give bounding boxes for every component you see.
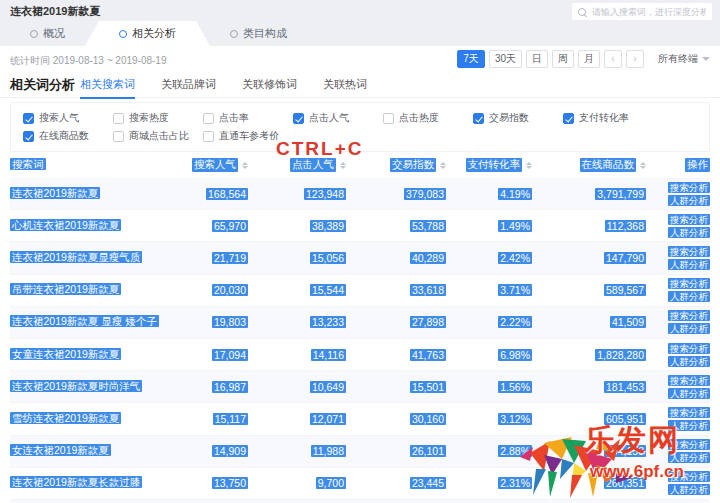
keyword-cell[interactable]: 连衣裙2019新款夏显瘦气质	[10, 251, 190, 265]
checkbox-checked-icon[interactable]	[473, 113, 484, 124]
value-text: 2.22%	[498, 316, 532, 328]
filter-search-heat[interactable]: 搜索热度	[113, 111, 203, 125]
checkbox-icon[interactable]	[203, 113, 214, 124]
value-text: 1,828,280	[595, 349, 646, 361]
filter-label: 交易指数	[489, 111, 529, 125]
keyword-cell[interactable]: 连衣裙2019新款夏 显瘦 矮个子	[10, 315, 190, 329]
online-items-cell: 112,368	[532, 220, 646, 232]
search-analysis-link[interactable]: 搜索分析	[668, 343, 710, 354]
search-popularity-cell: 17,094	[190, 349, 248, 361]
filter-click-heat[interactable]: 点击热度	[383, 111, 473, 125]
search-analysis-link[interactable]: 搜索分析	[668, 182, 710, 193]
tab-label: 相关分析	[132, 26, 176, 41]
keyword-cell[interactable]: 连衣裙2019新款夏长款过膝	[10, 476, 190, 490]
checkbox-icon[interactable]	[113, 113, 124, 124]
crowd-analysis-link[interactable]: 人群分析	[668, 420, 710, 431]
search-analysis-link[interactable]: 搜索分析	[668, 310, 710, 321]
crowd-analysis-link[interactable]: 人群分析	[668, 356, 710, 367]
value-text: 605,951	[604, 413, 646, 425]
prev-arrow-icon[interactable]: ‹	[604, 50, 622, 68]
tab-related-analysis[interactable]: 相关分析	[85, 21, 210, 46]
crowd-analysis-link[interactable]: 人群分析	[668, 484, 710, 495]
checkbox-icon[interactable]	[113, 131, 124, 142]
search-analysis-link[interactable]: 搜索分析	[668, 439, 710, 450]
search-analysis-link[interactable]: 搜索分析	[668, 375, 710, 386]
checkbox-checked-icon[interactable]	[23, 131, 34, 142]
tab-category-composition[interactable]: 类目构成	[210, 21, 307, 46]
keyword-cell[interactable]: 雪纺连衣裙2019新款夏	[10, 412, 190, 426]
search-analysis-link[interactable]: 搜索分析	[668, 471, 710, 482]
crowd-analysis-link[interactable]: 人群分析	[668, 291, 710, 302]
value-text: 17,094	[212, 349, 248, 361]
date-button-week[interactable]: 周	[552, 50, 574, 68]
filter-mall-click-share[interactable]: 商城点击占比	[113, 129, 203, 143]
crowd-analysis-link[interactable]: 人群分析	[668, 323, 710, 334]
filter-click-rate[interactable]: 点击率	[203, 111, 293, 125]
value-text: 123,948	[304, 188, 346, 200]
value-text: 53,788	[410, 220, 446, 232]
filter-trade-index[interactable]: 交易指数	[473, 111, 563, 125]
click-popularity-cell: 13,233	[248, 316, 346, 328]
checkbox-checked-icon[interactable]	[563, 113, 574, 124]
crowd-analysis-link[interactable]: 人群分析	[668, 452, 710, 463]
subtab-hot-words[interactable]: 关联热词	[323, 77, 367, 99]
click-popularity-cell: 9,700	[248, 477, 346, 489]
keyword-cell[interactable]: 吊带连衣裙2019新款夏	[10, 283, 190, 297]
col-header-items[interactable]: 在线商品数	[532, 158, 646, 172]
col-header-trade[interactable]: 交易指数	[346, 158, 446, 172]
filter-search-popularity[interactable]: 搜索人气	[23, 111, 113, 125]
date-button-day[interactable]: 日	[526, 50, 548, 68]
pay-conversion-cell: 3.12%	[446, 413, 532, 425]
keyword-cell[interactable]: 心机连衣裙2019新款夏	[10, 219, 190, 233]
col-header-search[interactable]: 搜索人气	[190, 158, 248, 172]
tab-overview[interactable]: 概况	[10, 21, 85, 46]
col-header-keyword[interactable]: 搜索词	[10, 158, 190, 172]
search-analysis-link[interactable]: 搜索分析	[668, 246, 710, 257]
checkbox-icon[interactable]	[383, 113, 394, 124]
keyword-cell[interactable]: 女童连衣裙2019新款夏	[10, 348, 190, 362]
search-analysis-link[interactable]: 搜索分析	[668, 214, 710, 225]
date-bar: 7天 30天 日 周 月 ‹ › 所有终端	[457, 50, 710, 68]
action-cell: 搜索分析 人群分析	[646, 278, 710, 302]
table-row: 连衣裙2019新款夏长款过膝 13,750 9,700 23,445 2.31%…	[10, 468, 710, 500]
keyword-cell[interactable]: 连衣裙2019新款夏	[10, 187, 190, 201]
checkbox-checked-icon[interactable]	[293, 113, 304, 124]
search-analysis-link[interactable]: 搜索分析	[668, 278, 710, 289]
next-arrow-icon[interactable]: ›	[626, 50, 644, 68]
filter-pay-conversion[interactable]: 支付转化率	[563, 111, 653, 125]
col-header-pay[interactable]: 支付转化率	[446, 158, 532, 172]
date-button-month[interactable]: 月	[578, 50, 600, 68]
keyword-cell[interactable]: 连衣裙2019新款夏时尚洋气	[10, 380, 190, 394]
subtab-modifier-words[interactable]: 关联修饰词	[242, 77, 297, 99]
date-button-7d[interactable]: 7天	[457, 50, 485, 68]
date-button-30d[interactable]: 30天	[489, 50, 522, 68]
terminal-dropdown[interactable]: 所有终端	[658, 52, 710, 66]
crowd-analysis-link[interactable]: 人群分析	[668, 227, 710, 238]
pay-conversion-cell: 6.98%	[446, 349, 532, 361]
trade-index-cell: 26,101	[346, 445, 446, 457]
checkbox-checked-icon[interactable]	[23, 113, 34, 124]
col-header-click[interactable]: 点击人气	[248, 158, 346, 172]
col-header-label: 交易指数	[390, 158, 436, 172]
value-text: 14,909	[212, 445, 248, 457]
search-input[interactable]	[592, 7, 706, 17]
checkbox-icon[interactable]	[203, 131, 214, 142]
search-analysis-link[interactable]: 搜索分析	[668, 407, 710, 418]
search-box[interactable]	[572, 3, 712, 20]
search-popularity-cell: 14,909	[190, 445, 248, 457]
col-header-label: 点击人气	[290, 158, 336, 172]
value-text: 20,030	[212, 284, 248, 296]
filter-click-popularity[interactable]: 点击人气	[293, 111, 383, 125]
search-popularity-cell: 168,564	[190, 188, 248, 200]
crowd-analysis-link[interactable]: 人群分析	[668, 195, 710, 206]
action-cell: 搜索分析 人群分析	[646, 214, 710, 238]
subtab-related-search-words[interactable]: 相关搜索词	[80, 77, 135, 99]
value-text: 13,233	[310, 316, 346, 328]
value-text: 3.71%	[498, 284, 532, 296]
filter-online-items[interactable]: 在线商品数	[23, 129, 113, 143]
subtab-brand-words[interactable]: 关联品牌词	[161, 77, 216, 99]
keyword-cell[interactable]: 女连衣裙2019新款夏	[10, 444, 190, 458]
crowd-analysis-link[interactable]: 人群分析	[668, 388, 710, 399]
online-items-cell: 589,567	[532, 284, 646, 296]
crowd-analysis-link[interactable]: 人群分析	[668, 259, 710, 270]
